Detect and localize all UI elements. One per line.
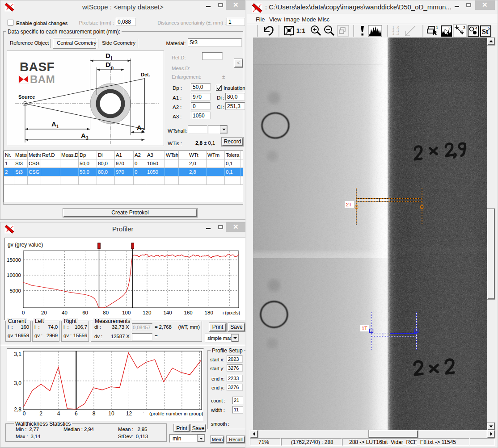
svg-text:·: ·	[143, 409, 144, 415]
svg-text:gv (grey value): gv (grey value)	[8, 242, 43, 248]
svg-text:Source: Source	[18, 94, 35, 100]
svg-text:1:1: 1:1	[296, 27, 305, 34]
svg-text:12: 12	[126, 410, 132, 417]
svg-text:10000: 10000	[7, 272, 21, 278]
svg-text:i: i	[111, 56, 112, 61]
svg-text:180: 180	[205, 310, 213, 315]
svg-text:2,8: 2,8	[14, 406, 21, 413]
svg-text:i (pixels): i (pixels)	[223, 310, 240, 315]
svg-text:2: 2	[39, 410, 42, 417]
svg-text:1: 1	[436, 25, 438, 30]
svg-text:1: 1	[56, 124, 59, 129]
svg-text:3→2: 3→2	[392, 32, 399, 35]
svg-text:BASF: BASF	[20, 60, 55, 74]
svg-text:60: 60	[82, 310, 88, 315]
svg-text:140: 140	[163, 310, 172, 315]
svg-text:2→1: 2→1	[392, 29, 399, 32]
svg-text:160: 160	[184, 310, 193, 315]
svg-text:10: 10	[108, 410, 114, 417]
svg-text:2: 2	[448, 26, 451, 30]
svg-text:0: 0	[23, 410, 26, 417]
svg-text:A: A	[137, 124, 142, 131]
svg-text:3,1: 3,1	[14, 351, 21, 357]
svg-text:3: 3	[463, 25, 465, 30]
svg-text:3: 3	[86, 136, 89, 141]
svg-text:p: p	[111, 65, 114, 70]
svg-text:120: 120	[143, 310, 151, 315]
svg-text:2T: 2T	[346, 202, 352, 207]
svg-text:BAM: BAM	[30, 73, 55, 85]
svg-text:1T: 1T	[362, 326, 367, 331]
svg-text:4: 4	[475, 26, 477, 30]
svg-text:5000: 5000	[9, 288, 21, 293]
svg-text:D: D	[106, 61, 110, 68]
svg-text:15000: 15000	[7, 257, 21, 263]
svg-text:6: 6	[75, 410, 78, 417]
svg-text:5: 5	[488, 26, 490, 30]
svg-text:4: 4	[57, 410, 60, 417]
svg-text:20: 20	[41, 310, 47, 315]
svg-text:A: A	[51, 120, 56, 128]
svg-text:1→0: 1→0	[392, 26, 399, 29]
svg-text:100: 100	[122, 310, 131, 315]
svg-text:3,0: 3,0	[14, 380, 21, 386]
svg-text:40: 40	[62, 310, 68, 315]
svg-text:80: 80	[103, 310, 109, 315]
svg-text:Det.: Det.	[141, 72, 150, 77]
svg-text:(profile number in group): (profile number in group)	[149, 411, 203, 416]
svg-text:A: A	[81, 132, 86, 139]
svg-text:2: 2	[142, 128, 144, 133]
svg-text:D: D	[106, 52, 110, 59]
svg-text:8: 8	[93, 410, 96, 417]
svg-text:0: 0	[22, 310, 25, 315]
